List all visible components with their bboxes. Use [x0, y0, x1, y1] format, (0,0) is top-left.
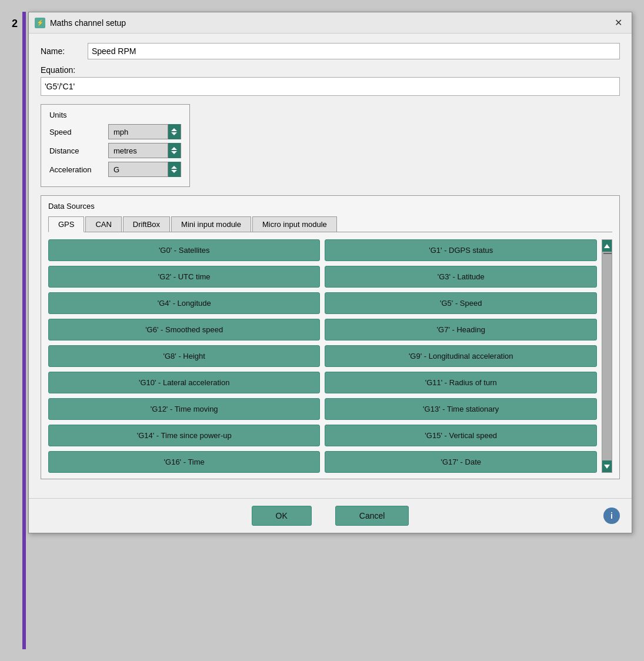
tab-micro-input[interactable]: Micro input module — [252, 216, 337, 232]
gps-button-0[interactable]: 'G0' - Satellites — [48, 239, 321, 261]
scroll-thumb[interactable] — [603, 253, 612, 254]
gps-button-11[interactable]: 'G11' - Radius of turn — [325, 372, 597, 393]
equation-row: Equation: — [41, 65, 620, 104]
units-distance-row: Distance metres — [49, 143, 181, 158]
equation-input[interactable] — [41, 77, 620, 96]
units-accel-value: G — [109, 162, 168, 176]
scrollbar-track[interactable] — [602, 239, 612, 473]
spinner-down-icon — [171, 151, 177, 154]
gps-buttons-grid: 'G0' - Satellites'G1' - DGPS status'G2' … — [48, 239, 597, 473]
units-distance-value: metres — [109, 143, 168, 158]
data-sources-box: Data Sources GPS CAN DriftBox Mini input… — [41, 195, 620, 479]
units-distance-label: Distance — [49, 146, 102, 155]
scroll-track-inner — [602, 252, 612, 460]
units-distance-select[interactable]: metres — [108, 143, 181, 158]
units-speed-select[interactable]: mph — [108, 124, 181, 139]
close-button[interactable]: ✕ — [611, 16, 626, 29]
name-row: Name: — [41, 43, 620, 59]
spinner-up-icon — [171, 128, 177, 131]
dialog-content: Name: Equation: Units Speed mph — [29, 34, 632, 498]
scroll-up-button[interactable] — [602, 240, 612, 252]
dialog-footer: OK Cancel i — [29, 498, 632, 533]
gps-button-4[interactable]: 'G4' - Longitude — [48, 292, 321, 314]
tab-mini-input[interactable]: Mini input module — [171, 216, 251, 232]
name-input[interactable] — [88, 43, 620, 59]
maths-channel-dialog: ⚡ Maths channel setup ✕ Name: Equation: … — [28, 12, 632, 533]
gps-button-3[interactable]: 'G3' - Latitude — [325, 266, 597, 288]
scroll-down-icon — [604, 465, 610, 469]
cancel-button[interactable]: Cancel — [335, 506, 409, 526]
gps-button-6[interactable]: 'G6' - Smoothed speed — [48, 319, 321, 340]
units-speed-spinner[interactable] — [168, 124, 181, 139]
units-speed-value: mph — [109, 125, 168, 139]
gps-button-15[interactable]: 'G15' - Vertical speed — [325, 425, 597, 446]
units-distance-spinner[interactable] — [168, 143, 181, 158]
gps-button-17[interactable]: 'G17' - Date — [325, 451, 597, 473]
units-speed-row: Speed mph — [49, 124, 181, 139]
gps-button-8[interactable]: 'G8' - Height — [48, 345, 321, 367]
dialog-titlebar: ⚡ Maths channel setup ✕ — [29, 12, 632, 34]
gps-button-2[interactable]: 'G2' - UTC time — [48, 266, 321, 288]
data-sources-title: Data Sources — [48, 202, 612, 211]
dialog-icon: ⚡ — [35, 18, 45, 28]
info-button[interactable]: i — [603, 508, 620, 524]
gps-button-16[interactable]: 'G16' - Time — [48, 451, 321, 473]
gps-button-7[interactable]: 'G7' - Heading — [325, 319, 597, 340]
gps-button-13[interactable]: 'G13' - Time stationary — [325, 398, 597, 420]
gps-button-9[interactable]: 'G9' - Longitudinal acceleration — [325, 345, 597, 367]
scroll-down-button[interactable] — [602, 460, 612, 472]
units-box: Units Speed mph Distance metres — [41, 104, 190, 187]
tab-can[interactable]: CAN — [85, 216, 121, 232]
left-accent-bar — [22, 12, 26, 649]
name-label: Name: — [41, 46, 82, 56]
gps-grid-container: 'G0' - Satellites'G1' - DGPS status'G2' … — [48, 239, 612, 473]
gps-button-14[interactable]: 'G14' - Time since power-up — [48, 425, 321, 446]
dialog-title-text: Maths channel setup — [50, 18, 126, 28]
units-accel-label: Acceleration — [49, 165, 102, 174]
units-accel-select[interactable]: G — [108, 162, 181, 177]
spinner-up-icon — [171, 147, 177, 150]
tab-driftbox[interactable]: DriftBox — [123, 216, 170, 232]
spinner-up-icon — [171, 166, 177, 169]
gps-button-1[interactable]: 'G1' - DGPS status — [325, 239, 597, 261]
units-speed-label: Speed — [49, 128, 102, 136]
ok-button[interactable]: OK — [252, 506, 312, 526]
gps-button-10[interactable]: 'G10' - Lateral acceleration — [48, 372, 321, 393]
units-accel-spinner[interactable] — [168, 162, 181, 177]
spinner-down-icon — [171, 170, 177, 173]
spinner-down-icon — [171, 132, 177, 135]
scroll-up-icon — [604, 244, 610, 248]
units-title: Units — [49, 111, 181, 119]
equation-label: Equation: — [41, 65, 620, 75]
page-number: 2 — [12, 18, 18, 30]
tabs-row: GPS CAN DriftBox Mini input module Micro… — [48, 216, 612, 232]
tab-gps[interactable]: GPS — [48, 216, 84, 232]
gps-button-12[interactable]: 'G12' - Time moving — [48, 398, 321, 420]
gps-button-5[interactable]: 'G5' - Speed — [325, 292, 597, 314]
dialog-title-row: ⚡ Maths channel setup — [35, 18, 126, 28]
units-accel-row: Acceleration G — [49, 162, 181, 177]
